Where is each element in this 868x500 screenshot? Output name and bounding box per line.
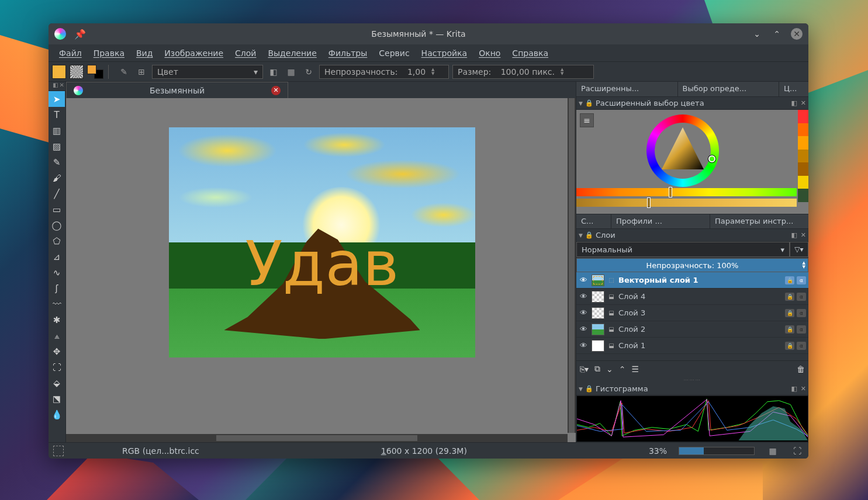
tool-crop[interactable]: ⟁ <box>49 328 65 343</box>
tab-advanced-color[interactable]: Расширенны... <box>576 82 678 96</box>
tool-edit-shapes[interactable]: ▥ <box>49 123 65 138</box>
pin-icon[interactable]: 📌 <box>74 29 86 40</box>
layer-alpha-icon[interactable]: α <box>797 325 806 334</box>
color-history-swatches[interactable] <box>798 110 808 202</box>
size-field[interactable]: Размер: 100,00 пикс. ▲▼ <box>452 65 594 79</box>
layer-row[interactable]: 👁 ⬚ Векторный слой 1 🔒α <box>576 272 808 289</box>
layer-row[interactable]: 👁 ⬓ Слой 2 🔒α <box>576 321 808 338</box>
tool-pencil[interactable]: ✎ <box>49 154 65 170</box>
tool-rectangle[interactable]: ▭ <box>49 202 65 217</box>
color-panel-header[interactable]: ▼🔒 Расширенный выбор цвета ◧✕ <box>576 97 808 110</box>
layer-name[interactable]: Векторный слой 1 <box>618 276 781 284</box>
layer-visibility-toggle[interactable]: 👁 <box>579 292 588 301</box>
document-tab-close[interactable]: ✕ <box>271 86 281 95</box>
histogram-panel-header[interactable]: ▼🔒 Гистограмма ◧✕ <box>576 383 808 395</box>
brush-preset-button[interactable]: ✎ <box>117 65 131 79</box>
layer-lock-icon[interactable]: 🔒 <box>785 342 794 350</box>
layer-filter-button[interactable]: ▽▾ <box>790 242 808 257</box>
brush-editor-button[interactable]: ⊞ <box>134 65 148 79</box>
gradient-swatch[interactable] <box>52 65 66 79</box>
layer-visibility-toggle[interactable]: 👁 <box>579 308 588 317</box>
tool-move[interactable]: ✥ <box>49 343 65 359</box>
tool-polyline[interactable]: ⊿ <box>49 249 65 265</box>
duplicate-layer-button[interactable]: ⧉ <box>594 364 600 374</box>
tool-brush[interactable]: 🖌 <box>49 170 65 186</box>
tool-calligraphy[interactable]: ▨ <box>49 138 65 154</box>
menu-edit[interactable]: Правка <box>89 46 129 60</box>
layer-alpha-icon[interactable]: α <box>797 309 806 317</box>
horizontal-scrollbar[interactable] <box>66 434 568 442</box>
menu-image[interactable]: Изображение <box>160 46 228 60</box>
canvas-map-button[interactable]: ▦ <box>766 445 779 457</box>
alpha-lock-toggle[interactable]: ▦ <box>284 65 298 79</box>
layer-lock-icon[interactable]: 🔒 <box>785 293 794 301</box>
tool-cursor[interactable]: ➤ <box>49 91 65 107</box>
panel-float-icon[interactable]: ◧ <box>791 231 797 239</box>
menu-view[interactable]: Вид <box>132 46 157 60</box>
move-layer-up-button[interactable]: ⌃ <box>619 364 626 374</box>
layer-name[interactable]: Слой 2 <box>618 325 781 334</box>
fullscreen-button[interactable]: ⛶ <box>791 445 804 457</box>
vertical-scrollbar[interactable] <box>568 98 576 433</box>
layer-row[interactable]: 👁 ⬓ Слой 3 🔒α <box>576 305 808 321</box>
tab-specific-color[interactable]: Выбор опреде... <box>678 82 780 96</box>
dimensions-label[interactable]: 1600 x 1200 (29.3M) <box>381 446 467 456</box>
tool-ellipse[interactable]: ◯ <box>49 217 65 233</box>
tool-color-picker[interactable]: 💧 <box>49 407 65 422</box>
tool-polygon[interactable]: ⬠ <box>49 233 65 249</box>
menu-layer[interactable]: Слой <box>230 46 261 60</box>
panel-float-icon[interactable]: ◧ <box>791 99 797 107</box>
close-button[interactable]: ✕ <box>791 28 803 40</box>
tool-line[interactable]: ╱ <box>49 186 65 202</box>
zoom-label[interactable]: 33% <box>649 446 667 456</box>
fg-bg-colors[interactable] <box>87 65 103 79</box>
tool-gradient[interactable]: ⬔ <box>49 391 65 407</box>
layer-visibility-toggle[interactable]: 👁 <box>579 276 588 284</box>
toolbox-float-icon[interactable]: ◧ <box>53 82 58 91</box>
layer-lock-icon[interactable]: 🔒 <box>785 276 794 284</box>
layer-name[interactable]: Слой 1 <box>618 341 781 350</box>
titlebar[interactable]: 📌 Безымянный * — Krita ⌄ ⌃ ✕ <box>49 23 808 44</box>
layer-name[interactable]: Слой 4 <box>618 292 781 301</box>
layer-visibility-toggle[interactable]: 👁 <box>579 341 588 350</box>
canvas-viewport[interactable]: Удав <box>66 98 576 442</box>
layer-opacity-slider[interactable]: Непрозрачность: 100% ▲▼ <box>576 258 808 272</box>
maximize-button[interactable]: ⌃ <box>771 28 783 40</box>
shade-slider-1[interactable] <box>576 188 797 196</box>
tool-text[interactable]: T <box>49 107 65 123</box>
color-config-button[interactable]: ≡ <box>580 113 594 127</box>
layer-row[interactable]: 👁 ⬓ Слой 4 🔒α <box>576 289 808 305</box>
reload-preset-button[interactable]: ↻ <box>302 65 316 79</box>
panel-resize-handle[interactable]: ⋯⋯⋯ <box>576 377 808 383</box>
menu-window[interactable]: Окно <box>474 46 505 60</box>
tab-layers-short[interactable]: С... <box>576 214 611 228</box>
layer-lock-icon[interactable]: 🔒 <box>785 309 794 317</box>
colorspace-label[interactable]: RGB (цел...btrc.icc <box>122 446 199 456</box>
layer-name[interactable]: Слой 3 <box>618 308 781 317</box>
layer-row[interactable]: 👁 ⬓ Слой 1 🔒α <box>576 338 808 354</box>
eraser-toggle[interactable]: ◧ <box>267 65 281 79</box>
panel-close-icon[interactable]: ✕ <box>801 385 806 393</box>
color-selector-panel[interactable]: ≡ <box>576 110 808 214</box>
menu-settings[interactable]: Настройка <box>417 46 472 60</box>
minimize-button[interactable]: ⌄ <box>751 28 763 40</box>
layers-panel-header[interactable]: ▼🔒 Слои ◧✕ <box>576 229 808 242</box>
layer-properties-button[interactable]: ☰ <box>632 364 639 374</box>
zoom-slider[interactable] <box>679 447 755 455</box>
menu-filters[interactable]: Фильтры <box>324 46 372 60</box>
tool-fill[interactable]: ⬙ <box>49 375 65 391</box>
tool-transform[interactable]: ⛶ <box>49 359 65 375</box>
tab-profiles[interactable]: Профили ... <box>611 214 710 228</box>
document-tab[interactable]: Безымянный ✕ <box>66 82 288 98</box>
opacity-field[interactable]: Непрозрачность: 1,00 ▲▼ <box>319 65 449 79</box>
menu-file[interactable]: Файл <box>54 46 87 60</box>
toolbox-close-icon[interactable]: ✕ <box>60 82 64 91</box>
shade-slider-2[interactable] <box>576 199 797 207</box>
add-layer-button[interactable]: ⎘▾ <box>580 364 589 374</box>
tool-multibrush[interactable]: ✱ <box>49 312 65 328</box>
menu-tools[interactable]: Сервис <box>374 46 414 60</box>
move-layer-down-button[interactable]: ⌄ <box>606 364 613 374</box>
selection-indicator-icon[interactable] <box>53 446 64 456</box>
panel-close-icon[interactable]: ✕ <box>801 99 806 107</box>
delete-layer-button[interactable]: 🗑 <box>797 364 805 374</box>
